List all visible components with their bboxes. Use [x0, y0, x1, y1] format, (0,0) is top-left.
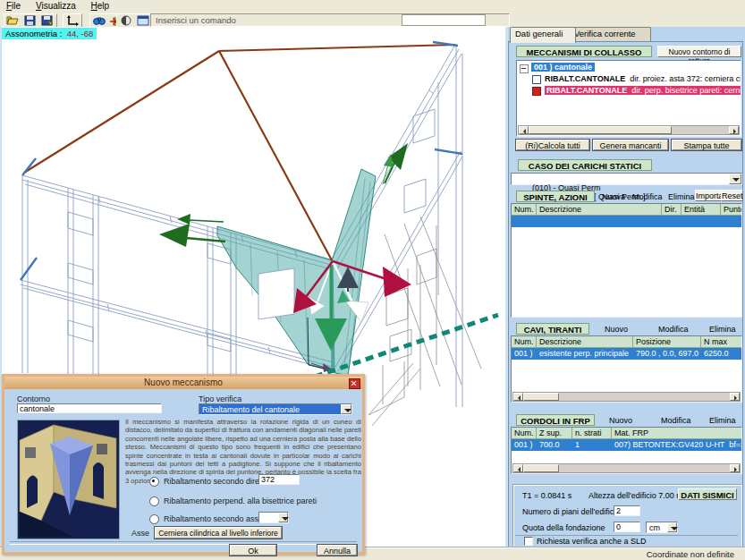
asse-select-arrow[interactable] [278, 513, 288, 522]
cavi-table: Num. Descrizione Posizione N max 001 ) e… [511, 335, 742, 403]
cordoli-elimina-action[interactable]: Elimina [709, 416, 736, 425]
asse-label: Asse [131, 529, 149, 538]
menu-bar: File Visualizza Help [0, 0, 745, 13]
side-panel: Dati generali Verifica corrente MECCANIS… [508, 27, 745, 549]
roof-hip-lines [24, 45, 455, 260]
command-bar-label: Inserisci un comando [156, 15, 236, 25]
spinte-reset-button[interactable]: Reset [721, 190, 743, 201]
asta-number-field[interactable] [258, 474, 300, 485]
mechanism-checkbox-unchecked[interactable] [532, 75, 541, 84]
cordoli-cell-num: 001 ) [512, 439, 537, 451]
save-icon[interactable] [23, 15, 38, 26]
new-fracture-contour-button[interactable]: Nuovo contorno di rottura [657, 46, 741, 57]
spinte-nuova-action[interactable]: Nuova [602, 192, 625, 201]
contorno-label: Contorno [17, 395, 50, 403]
mechanism-description: Il meccanismo si manifesta attraverso la… [125, 418, 361, 473]
cordoli-row-selected[interactable]: 001 ) 700.0 1 007) BETONTEX:GV420 U-HT b… [512, 439, 741, 451]
print-all-button[interactable]: Stampa tutte [672, 140, 741, 150]
window-view-icon[interactable] [136, 15, 150, 26]
cordoli-col-num: Num. [512, 428, 537, 439]
tree-expander-icon[interactable] [520, 64, 529, 73]
menu-visualizza[interactable]: Visualizza [30, 0, 82, 11]
dialog-title[interactable]: Nuovo meccanismo [4, 377, 362, 389]
save-as-icon[interactable] [40, 15, 55, 26]
spinte-col-entita: Entità [682, 204, 721, 216]
mechanism-preview-image [17, 420, 120, 539]
scroll-right-arrow[interactable] [729, 126, 739, 134]
tipo-verifica-label: Tipo verifica [199, 395, 241, 403]
nuovo-meccanismo-dialog: Nuovo meccanismo Contorno Tipo verifica … [2, 374, 365, 555]
cordoli-horizontal-scrollbar[interactable] [512, 463, 741, 473]
tree-root-row[interactable]: 001 ) cantonale [517, 63, 539, 74]
foundation-label: Quota della fondazione [522, 523, 605, 532]
binoculars-icon[interactable] [92, 15, 106, 26]
scroll-left-arrow[interactable] [513, 464, 523, 472]
render-sphere-icon[interactable] [119, 15, 133, 26]
foundation-unit-arrow[interactable] [667, 522, 677, 532]
spinte-importa-button[interactable]: Importa [695, 190, 724, 201]
application-window: File Visualizza Help Inserisci un comand… [0, 0, 745, 560]
cavi-col-descrizione: Descrizione [537, 336, 633, 348]
cavi-nuovo-action[interactable]: Nuovo [605, 325, 628, 334]
radio-bisettrice-label: Ribaltamento perpend. alla bisettrice pa… [164, 496, 317, 505]
radio-bisettrice[interactable] [149, 496, 159, 506]
cordoli-nuovo-action[interactable]: Nuovo [609, 416, 632, 425]
cavi-cell-posizione: 790.0 , 0.0, 697.0 [633, 348, 701, 360]
scroll-left-arrow[interactable] [519, 126, 529, 134]
cordoli-col-mat: Mat. FRP [612, 428, 742, 439]
static-loads-header: CASO DEI CARICHI STATICI [518, 159, 652, 171]
tree-item-row-selected[interactable]: RIBALT.CANTONALE dir. perp. bisettrice p… [517, 86, 539, 98]
recalc-all-button[interactable]: (Ri)Calcola tutti [516, 140, 589, 150]
spinte-empty-selected-row[interactable] [512, 216, 741, 227]
status-coordinates: Coordinate non definite [647, 549, 734, 559]
tree-root-label[interactable]: 001 ) cantonale [531, 63, 595, 72]
tab-dati-generali[interactable]: Dati generali [510, 27, 576, 43]
open-folder-icon[interactable] [6, 15, 21, 26]
menu-file[interactable]: File [0, 0, 27, 11]
foundation-input[interactable] [614, 522, 640, 532]
tipo-verifica-select[interactable]: Ribaltamento del cantonale [199, 403, 352, 415]
radio-direzione-asta[interactable] [149, 477, 159, 487]
seismic-groupbox: T1 = 0.0841 s Altezza dell'edificio 7.00… [512, 484, 742, 548]
spinte-col-punto: Punto [721, 204, 742, 216]
axes-icon[interactable] [65, 15, 80, 26]
floors-input[interactable] [614, 505, 640, 516]
scroll-right-arrow[interactable] [730, 393, 740, 401]
spinte-col-num: Num. [512, 204, 537, 216]
dialog-close-icon[interactable] [349, 378, 360, 389]
menu-help[interactable]: Help [85, 0, 116, 11]
tipo-verifica-arrow[interactable] [341, 404, 351, 414]
cordoli-header: CORDOLI IN FRP [516, 414, 595, 426]
cavi-row-selected[interactable]: 001 ) esistente perp. principale 790.0 ,… [512, 348, 741, 360]
cerniera-button[interactable]: Cerniera cilindrica al livello inferiore [155, 527, 282, 539]
annulla-button[interactable]: Annulla [317, 545, 357, 556]
scroll-right-arrow[interactable] [730, 464, 740, 472]
static-load-dropdown-arrow[interactable] [729, 174, 741, 184]
static-load-select[interactable]: (010) - Quasi Perm [ Quasi Perm.] [511, 173, 742, 185]
toolbar: Inserisci un comando [0, 13, 745, 27]
tree-item-row[interactable]: RIBALT.CANTONALE dir. proiez. asta 372: … [517, 74, 539, 86]
spinte-elimina-action[interactable]: Elimina [668, 192, 695, 201]
cordoli-col-zsup: Z sup. [537, 428, 572, 439]
cordoli-modifica-action[interactable]: Modifica [661, 416, 691, 425]
cavi-col-posizione: Posizione [633, 336, 701, 348]
collapse-mechanisms-header: MECCANISMI DI COLLASSO [516, 46, 652, 57]
command-input[interactable] [402, 14, 486, 26]
cordoli-cell-mat: 007) BETONTEX:GV420 U-HT bf=20.00 cm t [612, 439, 742, 451]
tree-horizontal-scrollbar[interactable] [518, 125, 740, 135]
tab-verifica-corrente[interactable]: Verifica corrente [569, 27, 651, 42]
radio-secondo-asse[interactable] [149, 514, 159, 524]
scroll-left-arrow[interactable] [513, 393, 523, 401]
generate-missing-button[interactable]: Genera mancanti [593, 140, 668, 150]
cavi-modifica-action[interactable]: Modifica [658, 325, 689, 334]
view-mode-label: Assonometria : 44, -68 [2, 28, 97, 39]
ok-button[interactable]: Ok [230, 545, 276, 556]
sld-checkbox[interactable] [524, 537, 533, 546]
dati-sismici-button[interactable]: DATI SISMICI [678, 488, 737, 500]
cavi-elimina-action[interactable]: Elimina [709, 325, 736, 334]
contorno-field[interactable] [17, 403, 162, 413]
spinte-modifica-action[interactable]: Modifica [632, 192, 663, 201]
mechanism-checkbox-checked[interactable] [532, 87, 541, 96]
cavi-horizontal-scrollbar[interactable] [512, 392, 741, 402]
cavi-header: CAVI, TIRANTI [516, 323, 589, 335]
